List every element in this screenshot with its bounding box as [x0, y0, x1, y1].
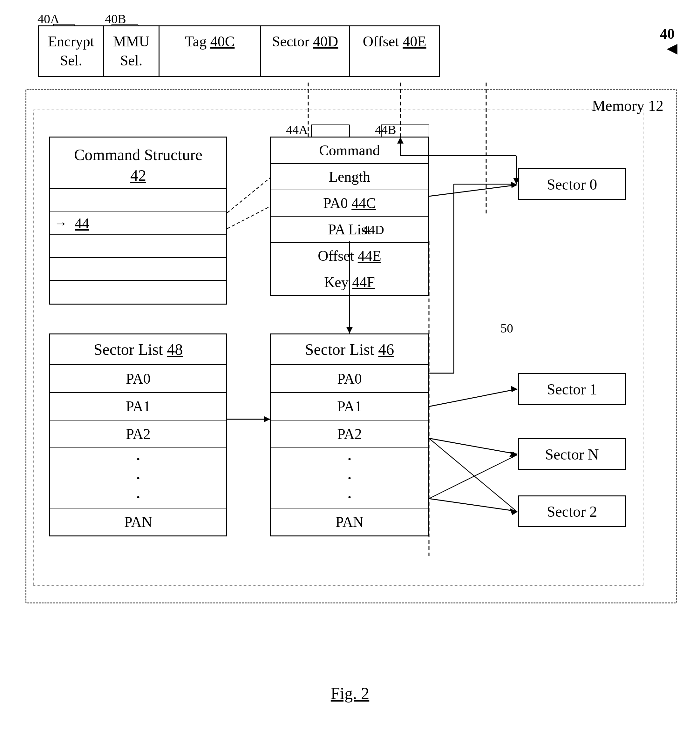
label-40b: 40B	[105, 12, 126, 26]
label-40a: 40A	[37, 12, 59, 26]
address-bar: EncryptSel. MMUSel. Tag 40C Sector 40D O…	[38, 25, 440, 77]
addr-cell-offset: Offset 40E	[350, 26, 439, 76]
label-44a: 44A	[286, 122, 308, 137]
sl48-dots: ···	[50, 448, 226, 508]
command-structure-box: Command Structure42 → 44	[49, 137, 227, 304]
offset-ref: 40E	[403, 33, 426, 50]
sector1-box: Sector 1	[518, 373, 626, 405]
sector-list48-box: Sector List 48 PA0 PA1 PA2 ··· PAN	[49, 333, 227, 536]
cmd-structure-title: Command Structure42	[50, 138, 226, 189]
cmd-detail-offset: Offset 44E	[271, 243, 428, 269]
addr-cell-mmu: MMUSel.	[104, 26, 159, 76]
sl46-pa1: PA1	[271, 393, 428, 420]
cmd-detail-pa0: PA0 44C	[271, 190, 428, 217]
diagram-page: 40A 40B 40 ◄ EncryptSel. MMUSel. Tag 40C…	[0, 0, 700, 733]
arrow-40-icon: ◄	[663, 38, 681, 59]
sl46-dots: ···	[271, 448, 428, 508]
cmd-ref-44: 44	[75, 215, 89, 232]
command-detail-box: Command Length PA0 44C PA List Offset 44…	[270, 137, 429, 296]
sl48-pa0: PA0	[50, 365, 226, 393]
sl48-pa1: PA1	[50, 393, 226, 420]
addr-cell-tag: Tag 40C	[159, 26, 261, 76]
cmd-row-1	[50, 189, 226, 212]
arrow-right-icon: →	[54, 216, 68, 231]
sector-list46-box: Sector List 46 PA0 PA1 PA2 ··· PAN	[270, 333, 429, 536]
sectorn-box: Sector N	[518, 438, 626, 470]
addr-cell-sector: Sector 40D	[261, 26, 350, 76]
cmd-row-5	[50, 281, 226, 304]
label-50: 50	[500, 321, 513, 336]
cmd-detail-length: Length	[271, 164, 428, 190]
cmd-detail-command: Command	[271, 138, 428, 164]
sector-list48-title: Sector List 48	[50, 335, 226, 365]
sl46-pan: PAN	[271, 508, 428, 535]
sl48-pa2: PA2	[50, 420, 226, 448]
addr-cell-encrypt: EncryptSel.	[39, 26, 104, 76]
sector2-label: Sector 2	[547, 503, 597, 520]
cmd-row-4	[50, 258, 226, 281]
cmd-detail-key: Key 44F	[271, 269, 428, 295]
sl46-pa0: PA0	[271, 365, 428, 393]
sector-ref: 40D	[313, 33, 338, 50]
sector2-box: Sector 2	[518, 495, 626, 527]
sl48-pan: PAN	[50, 508, 226, 535]
sector0-label: Sector 0	[547, 176, 597, 193]
sector0-box: Sector 0	[518, 168, 626, 200]
label-44d: 44D	[362, 222, 384, 237]
sector1-label: Sector 1	[547, 380, 597, 398]
fig-caption: Fig. 2	[331, 684, 369, 703]
sector-list46-title: Sector List 46	[271, 335, 428, 365]
label-44b: 44B	[375, 122, 396, 137]
tag-ref: 40C	[210, 33, 235, 50]
cmd-row-3	[50, 235, 226, 258]
sectorn-label: Sector N	[545, 445, 599, 463]
cmd-detail-palist: PA List	[271, 217, 428, 243]
sl46-pa2: PA2	[271, 420, 428, 448]
cmd-row-arrow: → 44	[50, 212, 226, 235]
